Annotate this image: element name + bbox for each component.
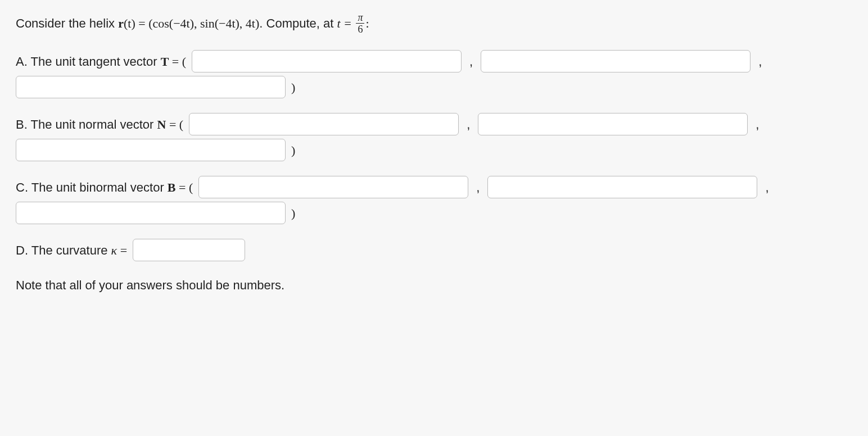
intro-frac-den: 6 [356, 24, 364, 34]
intro-tparen: (t) = ( [124, 16, 153, 30]
part-a-comma-1: , [469, 52, 473, 71]
part-b-comma-1: , [467, 115, 470, 134]
part-b-symbol: N [157, 117, 166, 131]
part-a-input-1[interactable] [192, 50, 462, 72]
intro-r: r [118, 16, 124, 30]
intro-compute: . Compute, at [259, 16, 337, 30]
part-a-symbol: T [161, 54, 169, 69]
part-d-equals: = [117, 243, 127, 257]
part-b-input-3[interactable] [16, 139, 286, 161]
part-c-comma-1: , [476, 178, 480, 197]
part-c-label-wrap: C. The unit binormal vector B = ( [16, 178, 193, 197]
intro-prefix: Consider the helix [16, 16, 118, 30]
part-a-row: A. The unit tangent vector T = ( , , ) [16, 50, 852, 98]
part-a-comma-2: , [758, 52, 762, 71]
intro-text: Consider the helix r(t) = (cos(−4t), sin… [16, 13, 369, 35]
part-b-row: B. The unit normal vector N = ( , , ) [16, 113, 852, 161]
part-c-row: C. The unit binormal vector B = ( , , ) [16, 176, 852, 224]
part-a-label-wrap: A. The unit tangent vector T = ( [16, 52, 186, 71]
part-d-label: D. The curvature [16, 243, 111, 257]
problem-intro: Consider the helix r(t) = (cos(−4t), sin… [16, 13, 852, 35]
part-a-input-3[interactable] [16, 76, 286, 98]
part-c-comma-2: , [765, 178, 768, 197]
part-c-open: = ( [176, 180, 193, 194]
intro-fraction: π6 [356, 12, 364, 34]
note-text: Note that all of your answers should be … [16, 276, 284, 294]
part-d-label-wrap: D. The curvature κ = [16, 241, 127, 260]
part-b-close: ) [291, 141, 295, 160]
part-c-close: ) [291, 204, 295, 222]
part-a-label: A. The unit tangent vector [16, 54, 161, 69]
part-a-input-2[interactable] [481, 50, 751, 72]
part-b-label: B. The unit normal vector [16, 117, 157, 131]
part-c-input-3[interactable] [16, 202, 286, 224]
intro-colon: : [365, 16, 369, 30]
note-row: Note that all of your answers should be … [16, 276, 852, 294]
intro-frac-num: π [356, 12, 364, 24]
part-b-input-2[interactable] [478, 113, 748, 135]
part-b-input-1[interactable] [189, 113, 459, 135]
part-d-symbol: κ [111, 243, 117, 257]
part-b-comma-2: , [756, 115, 759, 134]
part-c-symbol: B [168, 180, 176, 194]
part-d-input[interactable] [133, 239, 245, 261]
part-a-open: = ( [169, 54, 186, 69]
part-c-input-1[interactable] [198, 176, 468, 198]
part-c-label: C. The unit binormal vector [16, 180, 168, 194]
part-d-row: D. The curvature κ = [16, 239, 852, 261]
intro-teq: t = [337, 16, 355, 30]
part-b-open: = ( [166, 117, 183, 131]
part-c-input-2[interactable] [487, 176, 757, 198]
part-b-label-wrap: B. The unit normal vector N = ( [16, 115, 183, 134]
intro-functions: cos(−4t), sin(−4t), 4t [152, 16, 255, 30]
part-a-close: ) [291, 78, 295, 97]
